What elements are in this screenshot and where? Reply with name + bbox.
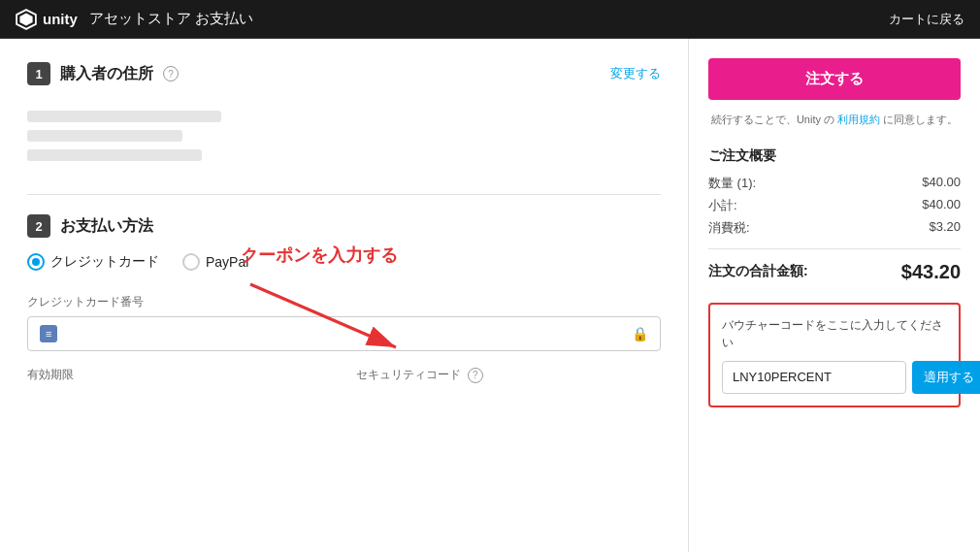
security-label-text: セキュリティコード (356, 368, 461, 381)
address-line-1 (27, 111, 221, 122)
coupon-arrow-icon (241, 275, 435, 362)
total-amount: $43.20 (901, 261, 961, 283)
terms-link[interactable]: 利用規約 (837, 114, 880, 125)
voucher-section: バウチャーコードをここに入力してください 適用する (708, 303, 961, 407)
address-line-2 (27, 130, 182, 142)
left-panel: 1 購入者の住所 ? 変更する 2 お支払い方法 クレジットカード (0, 39, 689, 552)
terms-prefix: 続行することで、Unity の (711, 114, 834, 125)
section1-help-icon[interactable]: ? (163, 66, 179, 81)
section2-header: 2 お支払い方法 (27, 214, 661, 238)
credit-card-label: クレジットカード (50, 253, 159, 271)
total-label: 注文の合計金額: (708, 263, 808, 280)
unity-logo: unity (16, 9, 78, 30)
expiry-group: 有効期限 (27, 367, 333, 383)
unity-logo-text: unity (43, 11, 78, 27)
subtotal-row: 小計: $40.00 (708, 197, 961, 214)
header: unity アセットストア お支払い カートに戻る (0, 0, 980, 39)
address-line-3 (27, 149, 202, 161)
main-container: 1 購入者の住所 ? 変更する 2 お支払い方法 クレジットカード (0, 39, 980, 552)
card-lock-icon: 🔒 (632, 326, 648, 341)
address-block (27, 101, 661, 179)
card-brand-icon: ≡ (40, 325, 57, 342)
annotation-container: クレジットカード PayPal クーポンを入力する (27, 253, 661, 271)
quantity-value: $40.00 (922, 175, 961, 192)
section1-title: 購入者の住所 (60, 64, 153, 84)
total-row: 注文の合計金額: $43.20 (708, 261, 961, 283)
svg-line-2 (250, 284, 396, 347)
unity-icon (16, 9, 37, 30)
section2-number: 2 (27, 214, 50, 238)
security-label: セキュリティコード ? (356, 367, 662, 383)
summary-divider (708, 248, 961, 249)
voucher-input[interactable] (722, 361, 906, 394)
security-group: セキュリティコード ? (356, 367, 662, 383)
order-button[interactable]: 注文する (708, 58, 961, 100)
credit-card-radio[interactable] (27, 253, 45, 271)
voucher-label: バウチャーコードをここに入力してください (722, 316, 947, 351)
svg-marker-1 (19, 13, 32, 25)
terms-suffix: に同意します。 (883, 114, 958, 125)
page-title: アセットストア お支払い (89, 10, 889, 28)
paypal-radio[interactable] (182, 253, 200, 271)
voucher-apply-button[interactable]: 適用する (912, 361, 980, 394)
section2-title: お支払い方法 (60, 216, 153, 237)
quantity-row: 数量 (1): $40.00 (708, 175, 961, 192)
right-panel: 注文する 続行することで、Unity の 利用規約 に同意します。 ご注文概要 … (689, 39, 980, 552)
voucher-input-row: 適用する (722, 361, 947, 394)
back-to-cart-link[interactable]: カートに戻る (889, 11, 964, 28)
summary-title: ご注文概要 (708, 147, 961, 165)
payment-options: クレジットカード PayPal クーポンを入力する (27, 253, 661, 271)
coupon-annotation-text: クーポンを入力する (241, 244, 398, 267)
security-help-icon[interactable]: ? (468, 368, 483, 383)
tax-value: $3.20 (929, 219, 961, 237)
credit-card-option[interactable]: クレジットカード (27, 253, 159, 271)
tax-row: 消費税: $3.20 (708, 219, 961, 237)
paypal-option[interactable]: PayPal (182, 253, 248, 271)
quantity-label: 数量 (1): (708, 175, 756, 192)
subtotal-value: $40.00 (922, 197, 961, 214)
tax-label: 消費税: (708, 219, 750, 237)
section1-number: 1 (27, 62, 50, 85)
terms-text: 続行することで、Unity の 利用規約 に同意します。 (708, 112, 961, 128)
section1-edit-link[interactable]: 変更する (610, 65, 661, 82)
section-divider (27, 194, 661, 195)
fields-row: 有効期限 セキュリティコード ? (27, 367, 661, 383)
subtotal-label: 小計: (708, 197, 737, 214)
section1-header: 1 購入者の住所 ? 変更する (27, 62, 661, 85)
expiry-label: 有効期限 (27, 367, 333, 383)
